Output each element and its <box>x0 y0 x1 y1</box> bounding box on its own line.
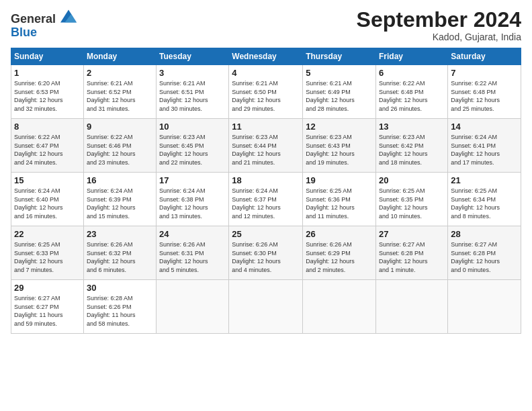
day-number: 22 <box>14 229 81 239</box>
weekday-header: Wednesday <box>229 48 303 65</box>
day-number: 9 <box>87 122 153 132</box>
day-info: Sunrise: 6:24 AM Sunset: 6:37 PM Dayligh… <box>232 187 300 220</box>
weekday-header: Tuesday <box>157 48 229 65</box>
weekday-header: Saturday <box>448 48 521 65</box>
calendar-cell: 21Sunrise: 6:25 AM Sunset: 6:34 PM Dayli… <box>448 173 521 226</box>
day-info: Sunrise: 6:25 AM Sunset: 6:34 PM Dayligh… <box>451 187 518 220</box>
day-number: 26 <box>306 229 373 239</box>
day-info: Sunrise: 6:25 AM Sunset: 6:35 PM Dayligh… <box>379 187 445 220</box>
weekday-header: Sunday <box>11 48 84 65</box>
day-info: Sunrise: 6:25 AM Sunset: 6:36 PM Dayligh… <box>306 187 373 220</box>
logo-icon <box>60 9 77 23</box>
day-info: Sunrise: 6:26 AM Sunset: 6:32 PM Dayligh… <box>87 240 153 274</box>
day-info: Sunrise: 6:22 AM Sunset: 6:47 PM Dayligh… <box>14 133 81 167</box>
calendar-cell: 23Sunrise: 6:26 AM Sunset: 6:32 PM Dayli… <box>83 226 156 280</box>
calendar-cell: 27Sunrise: 6:27 AM Sunset: 6:28 PM Dayli… <box>376 226 448 280</box>
calendar-week-row: 8Sunrise: 6:22 AM Sunset: 6:47 PM Daylig… <box>11 119 521 173</box>
calendar-cell: 1Sunrise: 6:20 AM Sunset: 6:53 PM Daylig… <box>11 65 84 119</box>
day-info: Sunrise: 6:26 AM Sunset: 6:31 PM Dayligh… <box>159 240 226 274</box>
day-number: 12 <box>306 122 373 132</box>
calendar-cell: 11Sunrise: 6:23 AM Sunset: 6:44 PM Dayli… <box>229 119 303 173</box>
day-info: Sunrise: 6:21 AM Sunset: 6:51 PM Dayligh… <box>159 79 226 113</box>
day-info: Sunrise: 6:25 AM Sunset: 6:33 PM Dayligh… <box>14 240 81 274</box>
calendar-cell <box>303 280 376 334</box>
main-container: General Blue September 2024 Kadod, Gujar… <box>0 0 532 342</box>
logo-text: General <box>11 11 77 26</box>
day-number: 10 <box>159 122 226 132</box>
calendar-cell: 25Sunrise: 6:26 AM Sunset: 6:30 PM Dayli… <box>229 226 303 280</box>
calendar-cell: 20Sunrise: 6:25 AM Sunset: 6:35 PM Dayli… <box>376 173 448 226</box>
day-number: 4 <box>232 68 300 78</box>
day-number: 21 <box>451 175 518 185</box>
day-info: Sunrise: 6:24 AM Sunset: 6:39 PM Dayligh… <box>87 187 153 220</box>
day-info: Sunrise: 6:22 AM Sunset: 6:48 PM Dayligh… <box>451 79 518 113</box>
day-number: 3 <box>159 68 226 78</box>
day-info: Sunrise: 6:24 AM Sunset: 6:41 PM Dayligh… <box>451 133 518 167</box>
calendar-cell: 17Sunrise: 6:24 AM Sunset: 6:38 PM Dayli… <box>157 173 229 226</box>
day-info: Sunrise: 6:28 AM Sunset: 6:26 PM Dayligh… <box>87 294 153 328</box>
day-number: 8 <box>14 122 81 132</box>
day-info: Sunrise: 6:26 AM Sunset: 6:30 PM Dayligh… <box>232 240 300 274</box>
calendar-cell: 7Sunrise: 6:22 AM Sunset: 6:48 PM Daylig… <box>448 65 521 119</box>
day-info: Sunrise: 6:22 AM Sunset: 6:48 PM Dayligh… <box>379 79 445 113</box>
day-info: Sunrise: 6:23 AM Sunset: 6:44 PM Dayligh… <box>232 133 300 167</box>
location: Kadod, Gujarat, India <box>357 32 521 42</box>
calendar-cell: 9Sunrise: 6:22 AM Sunset: 6:46 PM Daylig… <box>83 119 156 173</box>
day-info: Sunrise: 6:21 AM Sunset: 6:50 PM Dayligh… <box>232 79 300 113</box>
day-number: 19 <box>306 175 373 185</box>
day-number: 23 <box>87 229 153 239</box>
month-title: September 2024 <box>357 8 521 32</box>
calendar-cell: 14Sunrise: 6:24 AM Sunset: 6:41 PM Dayli… <box>448 119 521 173</box>
day-number: 24 <box>159 229 226 239</box>
calendar-cell: 15Sunrise: 6:24 AM Sunset: 6:40 PM Dayli… <box>11 173 84 226</box>
calendar-cell: 22Sunrise: 6:25 AM Sunset: 6:33 PM Dayli… <box>11 226 84 280</box>
day-number: 28 <box>451 229 518 239</box>
calendar-cell: 28Sunrise: 6:27 AM Sunset: 6:28 PM Dayli… <box>448 226 521 280</box>
day-number: 2 <box>87 68 153 78</box>
day-number: 7 <box>451 68 518 78</box>
weekday-header: Monday <box>83 48 156 65</box>
day-number: 11 <box>232 122 300 132</box>
day-number: 5 <box>306 68 373 78</box>
day-info: Sunrise: 6:23 AM Sunset: 6:45 PM Dayligh… <box>159 133 226 167</box>
day-number: 15 <box>14 175 81 185</box>
calendar-cell: 5Sunrise: 6:21 AM Sunset: 6:49 PM Daylig… <box>303 65 376 119</box>
calendar-header-row: SundayMondayTuesdayWednesdayThursdayFrid… <box>11 48 521 65</box>
weekday-header: Friday <box>376 48 448 65</box>
day-info: Sunrise: 6:23 AM Sunset: 6:43 PM Dayligh… <box>306 133 373 167</box>
calendar-cell: 13Sunrise: 6:23 AM Sunset: 6:42 PM Dayli… <box>376 119 448 173</box>
day-info: Sunrise: 6:27 AM Sunset: 6:27 PM Dayligh… <box>14 294 81 328</box>
day-info: Sunrise: 6:23 AM Sunset: 6:42 PM Dayligh… <box>379 133 445 167</box>
calendar-week-row: 1Sunrise: 6:20 AM Sunset: 6:53 PM Daylig… <box>11 65 521 119</box>
calendar-body: 1Sunrise: 6:20 AM Sunset: 6:53 PM Daylig… <box>11 65 521 334</box>
calendar-week-row: 29Sunrise: 6:27 AM Sunset: 6:27 PM Dayli… <box>11 280 521 334</box>
calendar-cell: 10Sunrise: 6:23 AM Sunset: 6:45 PM Dayli… <box>157 119 229 173</box>
calendar-cell: 24Sunrise: 6:26 AM Sunset: 6:31 PM Dayli… <box>157 226 229 280</box>
calendar-cell <box>229 280 303 334</box>
calendar-cell <box>376 280 448 334</box>
day-number: 13 <box>379 122 445 132</box>
header: General Blue September 2024 Kadod, Gujar… <box>11 8 521 42</box>
day-number: 18 <box>232 175 300 185</box>
calendar-cell: 30Sunrise: 6:28 AM Sunset: 6:26 PM Dayli… <box>83 280 156 334</box>
day-info: Sunrise: 6:22 AM Sunset: 6:46 PM Dayligh… <box>87 133 153 167</box>
calendar-cell: 19Sunrise: 6:25 AM Sunset: 6:36 PM Dayli… <box>303 173 376 226</box>
day-number: 6 <box>379 68 445 78</box>
day-info: Sunrise: 6:27 AM Sunset: 6:28 PM Dayligh… <box>451 240 518 274</box>
day-number: 16 <box>87 175 153 185</box>
calendar-cell: 4Sunrise: 6:21 AM Sunset: 6:50 PM Daylig… <box>229 65 303 119</box>
day-info: Sunrise: 6:24 AM Sunset: 6:40 PM Dayligh… <box>14 187 81 220</box>
day-info: Sunrise: 6:24 AM Sunset: 6:38 PM Dayligh… <box>159 187 226 220</box>
calendar-cell: 16Sunrise: 6:24 AM Sunset: 6:39 PM Dayli… <box>83 173 156 226</box>
day-info: Sunrise: 6:27 AM Sunset: 6:28 PM Dayligh… <box>379 240 445 274</box>
logo: General Blue <box>11 11 77 40</box>
calendar-week-row: 15Sunrise: 6:24 AM Sunset: 6:40 PM Dayli… <box>11 173 521 226</box>
day-number: 1 <box>14 68 81 78</box>
calendar-cell: 26Sunrise: 6:26 AM Sunset: 6:29 PM Dayli… <box>303 226 376 280</box>
calendar-cell <box>448 280 521 334</box>
calendar-cell: 29Sunrise: 6:27 AM Sunset: 6:27 PM Dayli… <box>11 280 84 334</box>
day-info: Sunrise: 6:20 AM Sunset: 6:53 PM Dayligh… <box>14 79 81 113</box>
calendar-cell: 6Sunrise: 6:22 AM Sunset: 6:48 PM Daylig… <box>376 65 448 119</box>
day-number: 29 <box>14 283 81 293</box>
day-number: 20 <box>379 175 445 185</box>
